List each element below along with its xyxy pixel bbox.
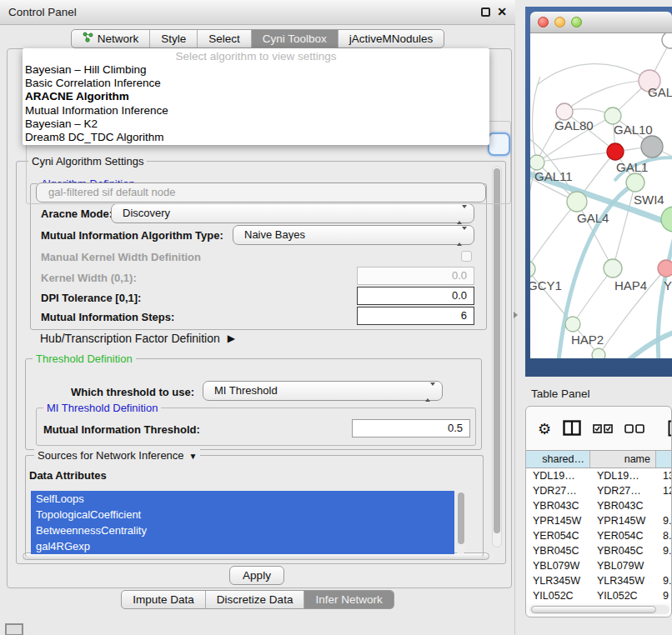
table-cell: 13: [656, 468, 672, 483]
mi-threshold-definition-title: MI Threshold Definition: [43, 402, 161, 414]
sources-group-title[interactable]: Sources for Network Inference▼: [34, 449, 200, 462]
network-node[interactable]: [662, 33, 672, 48]
network-node-gal4[interactable]: [567, 192, 587, 212]
column-header-a[interactable]: A: [656, 451, 672, 468]
apply-button[interactable]: Apply: [229, 566, 284, 585]
dpi-tolerance-field[interactable]: 0.0: [357, 287, 474, 305]
table-cell: YBR045C: [590, 543, 656, 558]
tab-impute-data[interactable]: Impute Data: [122, 591, 205, 608]
tab-network[interactable]: Network: [72, 30, 150, 48]
table-cell: YLR345W: [590, 573, 656, 588]
table-row[interactable]: YIL052CYIL052C9: [526, 588, 672, 603]
network-node[interactable]: [592, 348, 605, 358]
aracne-mode-combo[interactable]: Discovery: [111, 203, 474, 223]
algorithm-dropdown-list: Select algorithm to view settings Bayesi…: [23, 48, 489, 145]
network-source-combo[interactable]: gal-filtered sif default node: [36, 182, 486, 202]
table-cell: YPR145W: [526, 513, 590, 528]
algorithm-option-mutual-information-inference[interactable]: Mutual Information Inference: [23, 104, 489, 118]
node-label-gal4: GAL4: [577, 211, 609, 225]
zoom-window-icon[interactable]: [571, 17, 582, 28]
table-row[interactable]: YPR145WYPR145W9.: [526, 513, 672, 528]
table-cell: 9.: [656, 573, 672, 588]
table-cell: YER054C: [590, 528, 656, 543]
algorithm-option-bayesian-hill-climbing[interactable]: Bayesian – Hill Climbing: [23, 63, 489, 77]
cyni-algorithm-settings-group: Cyni Algorithm Settings Algorithm Defini…: [16, 161, 506, 564]
tab-cyni-toolbox[interactable]: Cyni Toolbox: [251, 30, 338, 48]
network-node-gal10[interactable]: [604, 108, 621, 124]
tab-jactivemnodules[interactable]: jActiveMNodules: [338, 30, 444, 48]
tab-select[interactable]: Select: [197, 30, 251, 48]
export-table-icon[interactable]: [668, 420, 672, 439]
attribute-item-betweennesscentrality[interactable]: BetweennessCentrality: [31, 522, 454, 538]
attribute-item-gal4rgexp[interactable]: gal4RGexp: [31, 538, 454, 554]
tab-infer-network[interactable]: Infer Network: [303, 591, 393, 608]
column-header-shared[interactable]: shared…: [526, 451, 590, 468]
network-icon: [83, 30, 93, 48]
network-edge: [573, 268, 613, 324]
network-node-gcy1[interactable]: [530, 261, 535, 278]
table-row[interactable]: YDR27…YDR27…12: [526, 483, 672, 498]
tab-label: jActiveMNodules: [349, 30, 434, 48]
network-node-hap4[interactable]: [604, 259, 622, 278]
table-cell: 8.: [656, 528, 672, 543]
hub-transcription-expander[interactable]: Hub/Transcription Factor Definition ▶: [40, 332, 235, 345]
splitter-collapse-icon[interactable]: [514, 312, 518, 318]
mi-threshold-definition-group: MI Threshold Definition Mutual Informati…: [36, 408, 476, 446]
network-node[interactable]: [661, 207, 672, 232]
network-edge-thick: [658, 233, 672, 358]
node-label-y: Y: [664, 278, 672, 292]
table-cell: YPR145W: [590, 513, 656, 528]
table-row[interactable]: YER054CYER054C8.: [526, 528, 672, 543]
mi-algorithm-type-combo[interactable]: Naive Bayes: [233, 225, 474, 245]
table-cell: 12: [656, 483, 672, 498]
minimize-window-icon[interactable]: [554, 17, 565, 28]
tab-style[interactable]: Style: [149, 30, 197, 48]
mi-steps-field[interactable]: 6: [357, 307, 474, 325]
close-window-icon[interactable]: [538, 17, 549, 28]
network-edge: [613, 182, 635, 268]
table-cell: YIL052C: [526, 588, 590, 603]
algorithm-option-aracne-algorithm[interactable]: ARACNE Algorithm: [23, 90, 489, 103]
attribute-item-topologicalcoefficient[interactable]: TopologicalCoefficient: [31, 507, 454, 522]
network-node-hap2[interactable]: [565, 317, 580, 332]
table-cell: YBR043C: [526, 498, 590, 513]
manual-kernel-width-checkbox[interactable]: [461, 251, 472, 262]
kernel-width-field[interactable]: 0.0: [357, 267, 474, 285]
network-node-gal1[interactable]: [607, 143, 624, 160]
collapse-down-icon: ▼: [189, 452, 198, 461]
algorithm-option-dream8-dc-tdc-algorithm[interactable]: Dream8 DC_TDC Algorithm: [23, 131, 489, 144]
dropdown-prompt: Select algorithm to view settings: [23, 50, 489, 63]
network-node-y[interactable]: [658, 260, 672, 277]
mi-threshold-field[interactable]: 0.5: [352, 419, 470, 438]
tab-discretize-data[interactable]: Discretize Data: [205, 591, 304, 608]
network-node-swi4[interactable]: [626, 173, 644, 192]
deselect-all-icon[interactable]: [624, 423, 644, 436]
split-columns-icon[interactable]: [563, 420, 581, 438]
settings-vertical-scrollbar[interactable]: [492, 166, 502, 548]
network-node-gal80[interactable]: [556, 103, 573, 120]
docked-panel-icon[interactable]: [5, 623, 23, 635]
table-cell: [656, 498, 672, 513]
gear-icon[interactable]: ⚙: [538, 421, 551, 438]
float-panel-icon[interactable]: [481, 8, 490, 17]
network-node-gal11[interactable]: [530, 155, 544, 170]
which-threshold-combo[interactable]: MI Threshold: [203, 381, 443, 401]
close-icon[interactable]: ✕: [497, 8, 507, 17]
network-node[interactable]: [641, 136, 663, 158]
algorithm-option-basic-correlation-inference[interactable]: Basic Correlation Inference: [23, 77, 489, 90]
column-header-name[interactable]: name: [590, 451, 656, 468]
algorithm-option-bayesian-k2[interactable]: Bayesian – K2: [23, 118, 489, 131]
attributes-list-scrollbar[interactable]: [456, 491, 465, 554]
algorithm-combo-partial[interactable]: [488, 132, 510, 156]
table-row[interactable]: YBL079WYBL079W: [526, 558, 672, 573]
table-row[interactable]: YLR345WYLR345W9.: [526, 573, 672, 588]
attribute-item-selfloops[interactable]: SelfLoops: [31, 491, 454, 507]
mi-steps-label: Mutual Information Steps:: [41, 311, 174, 323]
table-horizontal-scrollbar[interactable]: [529, 605, 669, 614]
table-row[interactable]: YDL19…YDL19…13: [526, 468, 672, 483]
table-row[interactable]: YBR045CYBR045C9.: [526, 543, 672, 558]
network-canvas[interactable]: GALGAL80GAL10GAL1GAL11SWI4GAL4GCY1HAP4YH…: [530, 33, 672, 358]
bottom-tab-bar: Impute DataDiscretize DataInfer Network: [0, 590, 515, 609]
table-row[interactable]: YBR043CYBR043C: [526, 498, 672, 513]
select-all-icon[interactable]: [593, 423, 613, 436]
